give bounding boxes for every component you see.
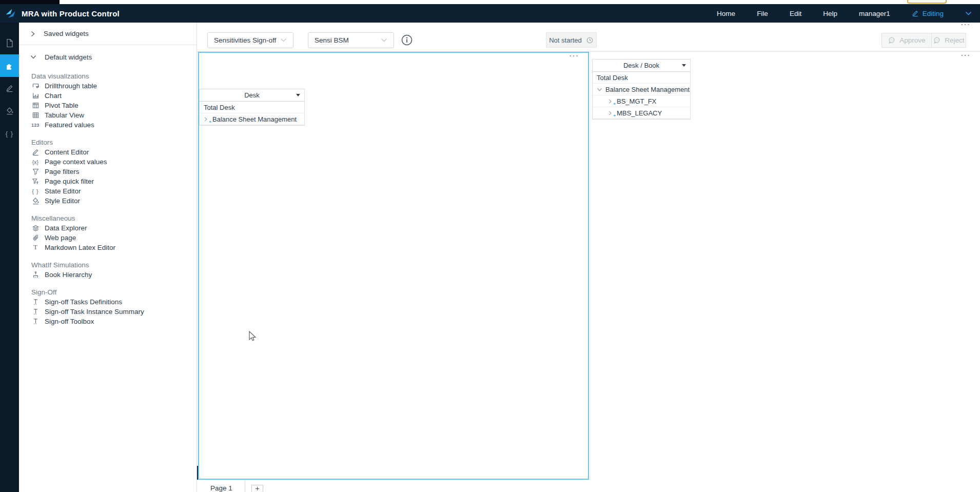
tree-row-balance-sheet-management[interactable]: Balance Sheet Management [593, 84, 690, 95]
widget-item-page-filters[interactable]: Page filters [31, 167, 197, 176]
menu-home[interactable]: Home [717, 10, 735, 17]
page-tab-label: Page 1 [210, 484, 232, 492]
tree-row-total-desk[interactable]: Total Desk [593, 72, 690, 84]
widget-item-label: Style Editor [45, 197, 80, 205]
widget-item-book-hierarchy[interactable]: Book Hierarchy [31, 270, 197, 280]
widgets-puzzle-icon [5, 62, 14, 70]
menu-file[interactable]: File [757, 10, 768, 17]
tree-row-label: Balance Sheet Management [212, 115, 297, 123]
style-editor-bucket-icon [6, 107, 14, 115]
widget-item-page-context-values[interactable]: Page context values [31, 157, 197, 167]
section-title-data-visualizations: Data visualizations [31, 71, 197, 81]
tree-row-total-desk[interactable]: Total Desk [200, 102, 304, 113]
widget-item-signoff-tasks-definitions[interactable]: Sign-off Tasks Definitions [31, 297, 197, 307]
desk-column-header[interactable]: Desk [200, 89, 304, 102]
chart-icon [31, 92, 40, 100]
desk-header-label: Desk [200, 91, 304, 99]
saved-widgets-header[interactable]: Saved widgets [19, 23, 197, 45]
default-widgets-label: Default widgets [45, 53, 92, 61]
chevron-down-icon[interactable] [965, 11, 972, 16]
widget-item-state-editor[interactable]: State Editor [31, 186, 197, 196]
desk-book-tree-widget: Desk / Book Total Desk Balance Sheet Man… [592, 59, 691, 120]
rail-content-editor-button[interactable] [0, 77, 19, 100]
widget-item-web-page[interactable]: Web page [31, 233, 197, 243]
page-tab-1[interactable]: Page 1 [198, 481, 245, 492]
widget-item-data-explorer[interactable]: Data Explorer [31, 223, 197, 233]
reject-label: Reject [945, 36, 964, 44]
widget-menu-ellipsis-icon[interactable] [570, 54, 581, 60]
file-icon [6, 38, 14, 48]
widget-item-label: Page quick filter [45, 178, 94, 185]
widget-item-label: State Editor [45, 187, 81, 195]
chevron-down-icon [280, 38, 287, 43]
featured-values-icon [31, 121, 40, 129]
clock-icon [586, 36, 594, 44]
signoff-subtask-value: Sensi BSM [315, 36, 349, 44]
desk-book-column-header[interactable]: Desk / Book [593, 60, 690, 72]
widget-item-markdown-latex-editor[interactable]: Markdown Latex Editor [31, 243, 197, 252]
widget-item-content-editor[interactable]: Content Editor [31, 147, 197, 157]
rail-widgets-button[interactable] [0, 54, 19, 77]
browser-edge-strip [0, 0, 980, 4]
widget-item-tabular-view[interactable]: Tabular View [31, 110, 197, 120]
widget-item-featured-values[interactable]: Featured values [31, 120, 197, 130]
widget-item-label: Tabular View [45, 111, 84, 119]
user-name[interactable]: manager1 [859, 10, 890, 17]
default-widgets-header[interactable]: Default widgets [19, 45, 197, 69]
signoff-ibeam-icon [31, 298, 40, 306]
editing-mode-toggle[interactable]: Editing [912, 10, 944, 17]
info-icon[interactable] [400, 33, 414, 47]
widget-item-label: Featured values [45, 121, 94, 129]
data-explorer-layers-icon [31, 224, 40, 232]
app-menu: Home File Edit Help manager1 Editing [717, 10, 980, 17]
menu-edit[interactable]: Edit [790, 10, 801, 17]
widget-item-label: Page context values [45, 158, 107, 166]
collapse-chevron-icon[interactable] [597, 86, 605, 93]
saved-widgets-label: Saved widgets [44, 30, 89, 37]
widget-item-label: Page filters [45, 168, 80, 175]
tree-row-bs-mgt-fx[interactable]: BS_MGT_FX [593, 95, 690, 107]
page-overflow-ellipsis-icon[interactable] [959, 53, 971, 60]
expand-chevron-icon[interactable] [204, 115, 212, 123]
content-editor-pencil-icon [31, 148, 40, 156]
mouse-cursor [249, 331, 258, 342]
add-page-button[interactable]: + [251, 485, 263, 492]
menu-help[interactable]: Help [823, 10, 837, 17]
rail-file-button[interactable] [0, 32, 19, 54]
section-title-miscellaneous: Miscellaneous [31, 213, 197, 223]
widget-item-style-editor[interactable]: Style Editor [31, 196, 197, 206]
widget-item-label: Chart [45, 92, 62, 100]
toolbar-overflow-ellipsis-icon[interactable] [959, 23, 971, 29]
tree-row-label: Balance Sheet Management [605, 86, 690, 93]
tabular-view-icon [31, 111, 40, 120]
reject-button[interactable]: Reject [931, 33, 966, 48]
tree-row-mbs-legacy[interactable]: MBS_LEGACY [593, 107, 690, 119]
page-tab-bar: Page 1 + [198, 481, 263, 492]
tree-row-balance-sheet-management[interactable]: Balance Sheet Management [200, 113, 304, 125]
state-editor-braces-icon [31, 187, 40, 195]
rail-state-editor-button[interactable] [0, 122, 19, 145]
widget-item-label: Markdown Latex Editor [45, 244, 115, 251]
widget-item-signoff-toolbox[interactable]: Sign-off Toolbox [31, 317, 197, 326]
page-quick-filter-icon [31, 178, 40, 186]
widget-item-label: Book Hierarchy [45, 271, 92, 279]
signoff-subtask-select[interactable]: Sensi BSM [308, 32, 394, 48]
rail-style-editor-button[interactable] [0, 100, 19, 122]
expand-chevron-icon[interactable] [608, 109, 617, 116]
pivot-table-icon [31, 102, 40, 110]
approve-button[interactable]: Approve [881, 33, 931, 48]
book-hierarchy-icon [31, 271, 40, 279]
tree-row-label: Total Desk [204, 104, 235, 111]
reject-bubble-icon [933, 36, 940, 44]
widget-item-page-quick-filter[interactable]: Page quick filter [31, 176, 197, 186]
signoff-task-select[interactable]: Sensitivities Sign-off [207, 32, 293, 48]
widget-item-chart[interactable]: Chart [31, 91, 197, 101]
widget-item-label: Web page [45, 234, 76, 242]
widget-item-signoff-task-instance-summary[interactable]: Sign-off Task Instance Summary [31, 307, 197, 317]
widget-item-drillthrough-table[interactable]: Drillthrough table [31, 81, 197, 91]
selected-widget-container[interactable]: Desk Total Desk Balance Sheet Management [198, 52, 589, 480]
widget-item-pivot-table[interactable]: Pivot Table [31, 101, 197, 110]
status-button[interactable]: Not started [546, 32, 597, 48]
expand-chevron-icon[interactable] [608, 97, 617, 105]
app-logo-icon [5, 7, 17, 19]
